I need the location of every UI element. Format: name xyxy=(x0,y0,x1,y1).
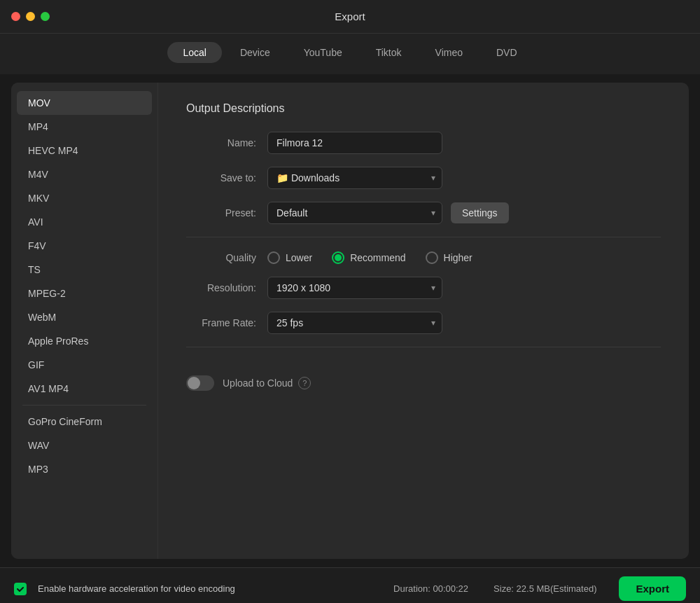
name-row: Name: xyxy=(186,132,661,154)
name-input[interactable] xyxy=(267,132,442,154)
sidebar-item-f4v[interactable]: F4V xyxy=(17,234,152,258)
sidebar-item-gif[interactable]: GIF xyxy=(17,353,152,377)
sidebar-item-hevc-mp4[interactable]: HEVC MP4 xyxy=(17,139,152,162)
saveto-select-wrapper: 📁 Downloads 📁 Desktop 📁 Documents ▾ xyxy=(267,167,442,189)
quality-higher[interactable]: Higher xyxy=(426,251,472,264)
toggle-knob xyxy=(188,377,200,389)
framerate-label: Frame Rate: xyxy=(186,317,256,328)
saveto-label: Save to: xyxy=(186,172,256,183)
quality-recommend[interactable]: Recommend xyxy=(332,251,405,264)
preset-row: Preset: Default Custom ▾ Settings xyxy=(186,202,661,224)
tab-local[interactable]: Local xyxy=(167,42,221,63)
tab-youtube[interactable]: YouTube xyxy=(288,42,358,63)
section-title: Output Descriptions xyxy=(186,102,661,115)
saveto-select[interactable]: 📁 Downloads 📁 Desktop 📁 Documents xyxy=(267,167,442,189)
size-info: Size: 22.5 MB(Estimated) xyxy=(493,583,596,594)
tab-vimeo[interactable]: Vimeo xyxy=(420,42,478,63)
tab-device[interactable]: Device xyxy=(225,42,286,63)
preset-label: Preset: xyxy=(186,207,256,219)
size-label: Size: xyxy=(493,583,514,594)
quality-radio-group: Lower Recommend Higher xyxy=(267,251,472,264)
titlebar: Export xyxy=(0,0,700,34)
sidebar-item-av1-mp4[interactable]: AV1 MP4 xyxy=(17,377,152,401)
framerate-row: Frame Rate: 25 fps 23.976 fps 24 fps 29.… xyxy=(186,312,661,334)
settings-button[interactable]: Settings xyxy=(451,202,509,223)
tab-dvd[interactable]: DVD xyxy=(481,42,533,63)
sidebar-item-wav[interactable]: WAV xyxy=(17,434,152,457)
quality-higher-radio[interactable] xyxy=(426,251,438,264)
sidebar-item-apple-prores[interactable]: Apple ProRes xyxy=(17,329,152,353)
upload-divider xyxy=(186,347,661,347)
upload-toggle[interactable] xyxy=(186,375,214,391)
sidebar-item-avi[interactable]: AVI xyxy=(17,210,152,234)
framerate-select-wrapper: 25 fps 23.976 fps 24 fps 29.97 fps 30 fp… xyxy=(267,312,442,334)
sidebar-item-mp3[interactable]: MP3 xyxy=(17,457,152,481)
upload-label: Upload to Cloud xyxy=(223,377,293,389)
quality-row: Quality Lower Recommend Higher xyxy=(186,251,661,264)
section-divider xyxy=(186,237,661,237)
duration-info: Duration: 00:00:22 xyxy=(393,583,468,594)
quality-recommend-radio[interactable] xyxy=(332,251,344,264)
resolution-select[interactable]: 1920 x 1080 3840 x 2160 1280 x 720 854 x… xyxy=(267,277,442,299)
quality-higher-label: Higher xyxy=(444,252,472,263)
saveto-row: Save to: 📁 Downloads 📁 Desktop 📁 Documen… xyxy=(186,167,661,189)
format-sidebar: MOV MP4 HEVC MP4 M4V MKV AVI F4V TS MPEG… xyxy=(11,83,158,559)
window-controls xyxy=(11,12,50,21)
bottombar: Enable hardware acceleration for video e… xyxy=(0,567,700,603)
window-title: Export xyxy=(335,11,365,22)
size-value: 22.5 MB(Estimated) xyxy=(517,583,597,594)
quality-recommend-label: Recommend xyxy=(350,252,405,263)
export-button[interactable]: Export xyxy=(619,576,686,601)
hw-label: Enable hardware acceleration for video e… xyxy=(38,583,235,594)
tabbar: Local Device YouTube Tiktok Vimeo DVD xyxy=(0,34,700,74)
framerate-select[interactable]: 25 fps 23.976 fps 24 fps 29.97 fps 30 fp… xyxy=(267,312,442,334)
upload-row: Upload to Cloud ? xyxy=(186,364,661,391)
sidebar-divider xyxy=(22,405,146,406)
sidebar-item-ts[interactable]: TS xyxy=(17,258,152,282)
sidebar-item-mpeg2[interactable]: MPEG-2 xyxy=(17,282,152,305)
sidebar-item-mp4[interactable]: MP4 xyxy=(17,115,152,139)
sidebar-item-m4v[interactable]: M4V xyxy=(17,162,152,186)
name-label: Name: xyxy=(186,137,256,148)
sidebar-item-gopro-cineform[interactable]: GoPro CineForm xyxy=(17,410,152,434)
close-button[interactable] xyxy=(11,12,20,21)
resolution-row: Resolution: 1920 x 1080 3840 x 2160 1280… xyxy=(186,277,661,299)
duration-value: 00:00:22 xyxy=(433,583,468,594)
quality-lower-label: Lower xyxy=(286,252,312,263)
maximize-button[interactable] xyxy=(41,12,50,21)
tab-tiktok[interactable]: Tiktok xyxy=(360,42,417,63)
help-icon[interactable]: ? xyxy=(298,377,311,389)
content-area: Output Descriptions Name: Save to: 📁 Dow… xyxy=(158,83,689,559)
resolution-select-wrapper: 1920 x 1080 3840 x 2160 1280 x 720 854 x… xyxy=(267,277,442,299)
sidebar-item-webm[interactable]: WebM xyxy=(17,305,152,329)
resolution-label: Resolution: xyxy=(186,282,256,293)
sidebar-item-mkv[interactable]: MKV xyxy=(17,186,152,210)
preset-select[interactable]: Default Custom xyxy=(267,202,442,224)
quality-label: Quality xyxy=(186,252,256,263)
preset-select-wrapper: Default Custom ▾ xyxy=(267,202,442,224)
sidebar-item-mov[interactable]: MOV xyxy=(17,91,152,115)
minimize-button[interactable] xyxy=(26,12,35,21)
checkmark-icon xyxy=(16,585,24,593)
hw-checkbox[interactable] xyxy=(14,583,27,595)
quality-lower[interactable]: Lower xyxy=(267,251,312,264)
quality-lower-radio[interactable] xyxy=(267,251,280,264)
duration-label: Duration: xyxy=(393,583,430,594)
main-panel: MOV MP4 HEVC MP4 M4V MKV AVI F4V TS MPEG… xyxy=(11,83,689,559)
